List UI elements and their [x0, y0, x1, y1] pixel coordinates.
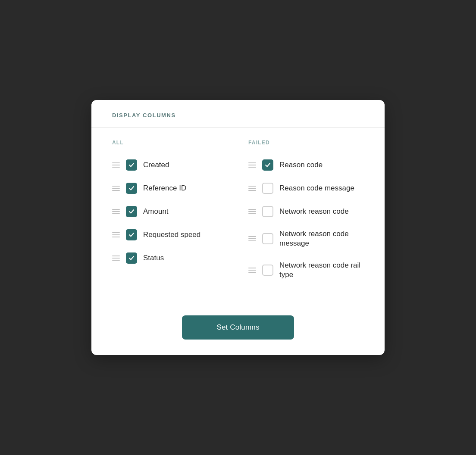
list-item: Reason code	[248, 153, 364, 177]
item-label-network-reason-code-rail-type: Network reason code rail type	[279, 261, 364, 280]
checkbox-amount[interactable]	[126, 206, 137, 217]
checkbox-network-reason-code-rail-type[interactable]	[262, 265, 273, 276]
all-column-items: Created Reference ID	[112, 153, 228, 270]
list-item: Reference ID	[112, 177, 228, 200]
set-columns-button[interactable]: Set Columns	[182, 315, 294, 340]
modal-title: DISPLAY COLUMNS	[112, 112, 364, 118]
checkbox-reference-id[interactable]	[126, 183, 137, 194]
drag-handle-icon[interactable]	[248, 236, 256, 241]
item-label-amount: Amount	[143, 207, 169, 216]
modal-footer: Set Columns	[91, 298, 385, 355]
item-label-network-reason-code: Network reason code	[279, 207, 349, 216]
all-column: ALL Created	[112, 140, 228, 285]
display-columns-modal: DISPLAY COLUMNS ALL Created	[91, 100, 385, 355]
drag-handle-icon[interactable]	[248, 186, 256, 191]
drag-handle-icon[interactable]	[248, 162, 256, 168]
checkbox-created[interactable]	[126, 159, 137, 171]
list-item: Amount	[112, 200, 228, 223]
list-item: Network reason code	[248, 200, 364, 223]
drag-handle-icon[interactable]	[248, 268, 256, 273]
item-label-reason-code: Reason code	[279, 160, 323, 170]
drag-handle-icon[interactable]	[248, 209, 256, 214]
checkbox-network-reason-code-message[interactable]	[262, 233, 273, 244]
item-label-created: Created	[143, 160, 169, 170]
failed-column: FAILED Reason code	[248, 140, 364, 285]
list-item: Network reason code rail type	[248, 255, 364, 286]
list-item: Reason code message	[248, 177, 364, 200]
item-label-reference-id: Reference ID	[143, 184, 186, 193]
all-column-header: ALL	[112, 140, 228, 146]
list-item: Network reason code message	[248, 223, 364, 254]
item-label-requested-speed: Requested speed	[143, 230, 200, 240]
drag-handle-icon[interactable]	[112, 232, 120, 237]
list-item: Status	[112, 246, 228, 270]
checkbox-reason-code-message[interactable]	[262, 183, 273, 194]
checkbox-reason-code[interactable]	[262, 159, 273, 171]
checkbox-status[interactable]	[126, 252, 137, 264]
modal-header: DISPLAY COLUMNS	[91, 100, 385, 127]
drag-handle-icon[interactable]	[112, 186, 120, 191]
failed-column-header: FAILED	[248, 140, 364, 146]
item-label-status: Status	[143, 253, 164, 263]
failed-column-items: Reason code Reason code message	[248, 153, 364, 285]
item-label-network-reason-code-message: Network reason code message	[279, 229, 364, 248]
item-label-reason-code-message: Reason code message	[279, 184, 354, 193]
list-item: Created	[112, 153, 228, 177]
drag-handle-icon[interactable]	[112, 209, 120, 214]
checkbox-network-reason-code[interactable]	[262, 206, 273, 217]
drag-handle-icon[interactable]	[112, 256, 120, 261]
drag-handle-icon[interactable]	[112, 162, 120, 168]
modal-body: ALL Created	[91, 128, 385, 297]
list-item: Requested speed	[112, 223, 228, 246]
checkbox-requested-speed[interactable]	[126, 229, 137, 240]
